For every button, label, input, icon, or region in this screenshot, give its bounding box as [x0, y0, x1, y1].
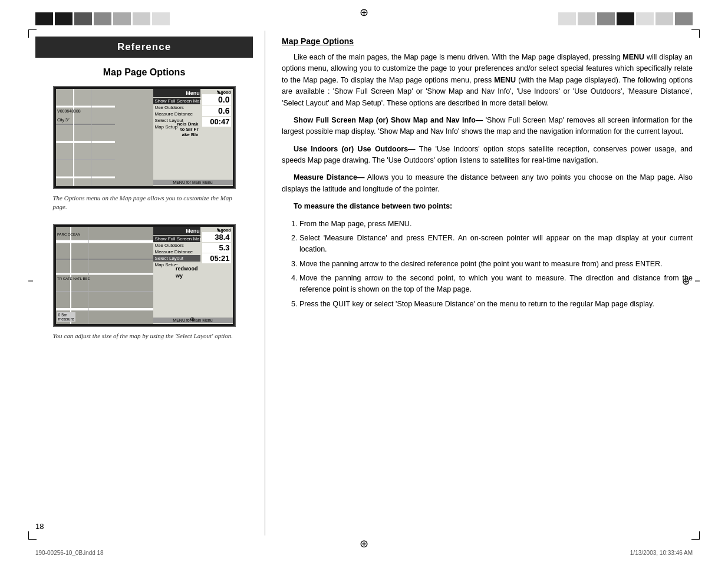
right-section-heading: Map Page Options [282, 37, 693, 46]
map-text-2b: wy [175, 272, 199, 279]
steps-list: From the Map page, press MENU. Select 'M… [299, 219, 693, 310]
bar-block-4 [94, 12, 111, 25]
bar-block-5 [113, 12, 131, 25]
num2-value-1: 38.4 [202, 232, 231, 242]
main-layout: Reference Map Page Options [35, 31, 693, 535]
svg-text:PARC OCEAN: PARC OCEAN [57, 233, 80, 236]
bar-block-3 [74, 12, 92, 25]
bold-menu-1: MENU [622, 53, 644, 61]
side-mark-left [28, 281, 33, 282]
corner-mark-br [691, 531, 700, 540]
bar-block-1 [35, 12, 53, 25]
screen2-numbers: 🛰good 38.4 5.3 05:21 [200, 227, 233, 265]
svg-text:City 3°: City 3° [57, 118, 70, 123]
map-area-2: PARC OCEAN TR GATE NATL BBE 0.5mmeasure [56, 227, 153, 324]
page-number: 18 [35, 522, 44, 531]
corner-mark-tr [691, 29, 700, 38]
num-value-3: 00:47 [202, 117, 231, 127]
footer-file-info: 190-00256-10_0B.indd 18 [35, 550, 104, 556]
right-column: Map Page Options Like each of the main p… [265, 31, 693, 535]
footer-date-info: 1/13/2003, 10:33:46 AM [630, 550, 693, 556]
num-label-speed: 🛰good [202, 90, 231, 94]
bar-block-r3 [597, 12, 615, 25]
step-2: Select 'Measure Distance' and press ENTE… [299, 233, 693, 256]
step-4: Move the panning arrow to the second poi… [299, 273, 693, 296]
map-text-2a: redwood [175, 265, 199, 272]
bold-enter-step3: ENTER [635, 260, 660, 268]
screen1-numbers: 🛰good 0.0 0.6 00:47 [200, 89, 233, 128]
map-area-1: V000648388 City 3° [56, 89, 153, 186]
num-value-2: 0.6 [202, 105, 231, 116]
side-mark-right [695, 281, 700, 282]
screen-inner-2: PARC OCEAN TR GATE NATL BBE 0.5mmeasure … [56, 227, 233, 324]
crosshair-bottom: ⊕ [360, 537, 368, 550]
svg-text:TR GATE NATL BBE: TR GATE NATL BBE [57, 277, 90, 280]
num-value-1: 0.0 [202, 94, 231, 105]
right-subsection2: Use Indoors (or) Use Outdoors— The 'Use … [282, 144, 693, 167]
screen2-icon: ⊕ [190, 316, 195, 322]
bar-block-7 [152, 12, 170, 25]
step-5: Press the QUIT key or select 'Stop Measu… [299, 299, 693, 310]
to-measure-head: To measure the distance between two poin… [282, 201, 693, 212]
map-svg-2: PARC OCEAN TR GATE NATL BBE [56, 227, 153, 324]
num2-value-2: 5.3 [202, 243, 231, 253]
top-bar-right-blocks [558, 12, 693, 25]
bold-menu-step1: MENU [388, 220, 410, 228]
map-text-overlay-1: ncis Drak to Sir Fr ake Blv [177, 121, 198, 137]
reference-title: Reference [117, 41, 171, 52]
num2-value-3: 05:21 [202, 253, 231, 263]
bar-block-r4 [617, 12, 634, 25]
map-text-1a: ncis Drak [177, 121, 198, 127]
menu-bottom-1: MENU for Main Menu [153, 180, 233, 185]
right-subsection1: Show Full Screen Map (or) Show Map and N… [282, 115, 693, 138]
bar-block-r6 [655, 12, 673, 25]
top-bar-left-blocks [35, 12, 170, 25]
subsec2-head: Use Indoors (or) Use Outdoors— [294, 145, 416, 153]
map-text-1c: ake Blv [177, 132, 198, 137]
caption-2: You can adjust the size of the map by us… [53, 332, 236, 340]
screen-inner-1: V000648388 City 3° Menu Show Full Screen… [56, 89, 233, 186]
screen2-coords: 0.5mmeasure [57, 312, 75, 322]
left-column: Reference Map Page Options [35, 31, 265, 535]
crosshair-top: ⊕ [360, 6, 368, 19]
bold-enter-step2: ENTER [428, 234, 453, 242]
map-text-1b: to Sir Fr [177, 127, 198, 132]
bar-block-6 [133, 12, 150, 25]
bar-block-r5 [636, 12, 654, 25]
reference-box: Reference [35, 37, 253, 58]
subsec3-head: Measure Distance— [294, 173, 364, 181]
bold-menu-2: MENU [494, 76, 516, 84]
right-subsection3: Measure Distance— Allows you to measure … [282, 172, 693, 195]
page-container: ⊕ ⊕ ⊕ Reference Map Page Options [0, 0, 728, 562]
svg-text:V000648388: V000648388 [57, 109, 81, 113]
section-subtitle: Map Page Options [103, 67, 186, 78]
bar-block-2 [55, 12, 73, 25]
bar-block-r7 [675, 12, 693, 25]
subsec1-head: Show Full Screen Map (or) Show Map and N… [294, 116, 483, 124]
caption-1: The Options menu on the Map page allows … [53, 194, 236, 212]
device-screen-1: V000648388 City 3° Menu Show Full Screen… [53, 86, 236, 189]
footer-bar: 190-00256-10_0B.indd 18 1/13/2003, 10:33… [35, 550, 693, 556]
bold-quit-step5: QUIT [332, 300, 350, 308]
bar-block-r2 [578, 12, 595, 25]
right-para1: Like each of the main pages, the Map pag… [282, 52, 693, 109]
num-label-speed-2: 🛰good [202, 228, 231, 232]
map-text-overlay-2: redwood wy [175, 265, 199, 279]
map-svg-1: V000648388 City 3° [56, 89, 153, 186]
step-1: From the Map page, press MENU. [299, 219, 693, 230]
device-screen-2: PARC OCEAN TR GATE NATL BBE 0.5mmeasure … [53, 224, 236, 327]
step-3: Move the panning arrow to the desired re… [299, 259, 693, 270]
bar-block-r1 [558, 12, 576, 25]
